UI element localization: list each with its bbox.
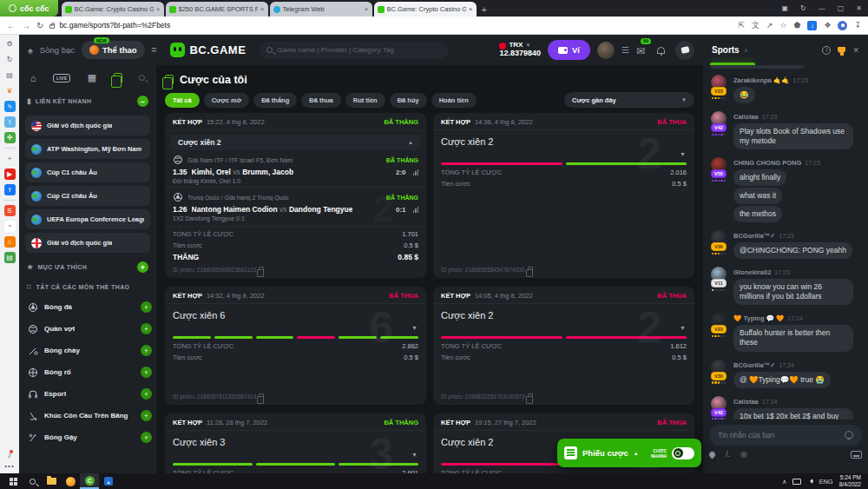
- sidebar-sport-esport[interactable]: Esport +: [25, 383, 150, 405]
- session-restore-icon[interactable]: ↻: [794, 4, 812, 12]
- bookmark-star-icon[interactable]: ☆: [779, 21, 786, 30]
- filter-pill[interactable]: Rút tiền: [345, 93, 385, 108]
- shopee-icon[interactable]: S: [4, 205, 16, 216]
- game-search-input[interactable]: Game name | Provider | Category Tag: [260, 42, 449, 59]
- bcgame-logo[interactable]: BC.GAME: [170, 43, 246, 57]
- downloads-icon[interactable]: ↧: [854, 21, 861, 30]
- translate-icon[interactable]: 文: [752, 20, 760, 31]
- expand-icon[interactable]: ▼: [411, 452, 418, 458]
- filter-pill[interactable]: Đã thua: [301, 93, 341, 108]
- filter-pill[interactable]: Hoàn tiền: [431, 93, 477, 108]
- tab-close-icon[interactable]: ×: [365, 5, 369, 13]
- chat-username[interactable]: BCGorilla™✓17:24: [733, 360, 864, 370]
- bet-title-row[interactable]: Cược xiên 2▲: [171, 135, 420, 150]
- filter-pill[interactable]: Đã hủy: [390, 93, 427, 108]
- cart-icon[interactable]: ⌂: [4, 236, 16, 248]
- browser-tab[interactable]: Telegram Web ×: [270, 2, 372, 17]
- extensions-icon[interactable]: ❖: [824, 21, 831, 30]
- bet-card[interactable]: KẾT HỢP14:36, 4 thg 8, 2022 ĐÃ THUACược …: [433, 113, 694, 278]
- chat-commands-icon[interactable]: /.: [726, 450, 730, 459]
- add-favorite-button[interactable]: +: [137, 261, 148, 273]
- tab-close-icon[interactable]: ×: [469, 5, 473, 13]
- expand-sport-icon[interactable]: +: [141, 367, 152, 378]
- sidebar-sport-cricket[interactable]: Bóng Gậy +: [25, 426, 150, 448]
- sidebar-sport-basketball[interactable]: Bóng rổ +: [25, 361, 150, 383]
- expand-icon[interactable]: ▼: [680, 151, 686, 157]
- new-tab-button[interactable]: +: [482, 4, 487, 15]
- screenshot-icon[interactable]: ▣: [775, 4, 794, 12]
- tab-close-icon[interactable]: ×: [156, 5, 161, 13]
- youtube-icon[interactable]: ▶: [4, 169, 16, 180]
- copy-icon[interactable]: [259, 267, 264, 273]
- sidebar-sport-hockey[interactable]: Khúc Côn Cầu Trên Băng +: [25, 405, 150, 426]
- network-icon[interactable]: [792, 479, 801, 485]
- tray-expand-icon[interactable]: ∧: [782, 478, 787, 486]
- browser-tab[interactable]: $250 BC.GAME SPORTS PARL ×: [166, 2, 268, 17]
- coccoc-browser-icon[interactable]: C: [80, 473, 99, 489]
- sidebar-bell-icon[interactable]: ♪: [8, 451, 12, 459]
- browser-tab[interactable]: BC.Game: Crypto Casino Gam ×: [62, 2, 164, 17]
- chat-toggle-button[interactable]: [675, 41, 694, 60]
- bet-card[interactable]: KẾT HỢP14:32, 4 thg 8, 2022 ĐÃ THUACược …: [165, 287, 426, 405]
- notifications-bell-icon[interactable]: [657, 47, 665, 54]
- collapse-icon[interactable]: ▲: [408, 140, 413, 145]
- copy-icon[interactable]: [528, 393, 533, 400]
- chat-username[interactable]: Gtonekira0217:23: [733, 267, 864, 277]
- trophy-icon[interactable]: [838, 47, 845, 53]
- inbox-button[interactable]: ✉ 99: [636, 43, 645, 58]
- tip-coin-icon[interactable]: ◎: [740, 450, 747, 459]
- expand-sport-icon[interactable]: +: [141, 432, 152, 443]
- filter-pill[interactable]: Đã thắng: [253, 93, 297, 108]
- expand-icon[interactable]: ▼: [680, 325, 686, 331]
- my-bets-icon[interactable]: [114, 73, 122, 83]
- schedule-icon[interactable]: ▦: [88, 72, 96, 83]
- chat-app-icon[interactable]: ◔: [4, 221, 16, 232]
- maximize-button[interactable]: ▢: [832, 4, 851, 12]
- chat-username[interactable]: 🧡 Typing 💬 🧡17:24: [733, 313, 864, 323]
- reading-list-icon[interactable]: ▤: [4, 69, 16, 81]
- keyboard-icon[interactable]: [851, 451, 862, 459]
- settings-icon[interactable]: ⚙: [4, 38, 16, 50]
- url-text[interactable]: bc.game/sports?bt-path=%2Fbets: [59, 21, 170, 30]
- quick-link-item[interactable]: Giải vô địch quốc gia: [25, 233, 150, 253]
- sidebar-sport-soccer[interactable]: Bóng đá +: [25, 296, 150, 318]
- nav-collapse-icon[interactable]: =: [152, 45, 157, 55]
- sidebar-search-icon[interactable]: [139, 75, 145, 81]
- firefox-icon[interactable]: [61, 473, 80, 489]
- sidebar-sport-tennis[interactable]: Quần vợt +: [25, 318, 150, 340]
- copy-icon[interactable]: [259, 393, 264, 400]
- wallet-button[interactable]: Ví: [548, 40, 590, 60]
- games-icon[interactable]: ✜: [4, 132, 16, 143]
- minimize-button[interactable]: —: [812, 4, 832, 12]
- taskbar-search-icon[interactable]: [23, 473, 42, 489]
- tab-close-icon[interactable]: ×: [260, 5, 265, 13]
- bet-card[interactable]: KẾT HỢP15:22, 4 thg 8, 2022 ĐÃ THẮNGCược…: [165, 113, 426, 278]
- chat-username[interactable]: Calistaa17:23: [733, 111, 864, 122]
- match-stats-icon[interactable]: [413, 169, 419, 175]
- quick-link-item[interactable]: Giải vô địch quốc gia: [25, 116, 150, 135]
- bet-title[interactable]: Cược xiên 3: [165, 431, 426, 451]
- language-indicator[interactable]: ENG: [819, 478, 832, 486]
- currency-selector[interactable]: TRX ▼ 12.8379840: [499, 42, 541, 58]
- bet-title[interactable]: Cược xiên 2: [433, 130, 694, 150]
- share-icon[interactable]: ↗: [766, 21, 773, 30]
- user-avatar[interactable]: [597, 42, 615, 59]
- chat-username[interactable]: Calistaa17:24: [733, 396, 864, 406]
- copy-icon[interactable]: [528, 267, 533, 273]
- chat-username[interactable]: Zarakikenpa 🤙🤙17:23: [733, 75, 864, 85]
- browser-tab[interactable]: BC.Game: Crypto Casino Gam ×: [374, 2, 477, 17]
- messenger-icon[interactable]: ϟ: [4, 101, 16, 112]
- expand-sport-icon[interactable]: +: [141, 388, 152, 400]
- bet-card[interactable]: KẾT HỢP11:28, 28 thg 7, 2022 ĐÃ THẮNGCượ…: [165, 413, 426, 473]
- send-to-device-icon[interactable]: ⇱: [738, 21, 745, 30]
- chat-username[interactable]: CHING CHONG PONG17:23: [733, 157, 864, 168]
- sidebar-sport-baseball[interactable]: Bóng chày +: [25, 340, 150, 361]
- bet-card[interactable]: KẾT HỢP14:05, 4 thg 8, 2022 ĐÃ THUACược …: [433, 287, 694, 405]
- close-button[interactable]: ✕: [850, 4, 868, 12]
- emoji-icon[interactable]: [845, 431, 853, 439]
- quick-link-item[interactable]: Cúp C2 châu Âu: [25, 186, 150, 206]
- file-explorer-icon[interactable]: [42, 473, 61, 489]
- sort-dropdown[interactable]: Cược gần đây ▼: [564, 92, 694, 108]
- profile-icon[interactable]: ●: [838, 21, 847, 30]
- expand-sport-icon[interactable]: +: [141, 345, 152, 356]
